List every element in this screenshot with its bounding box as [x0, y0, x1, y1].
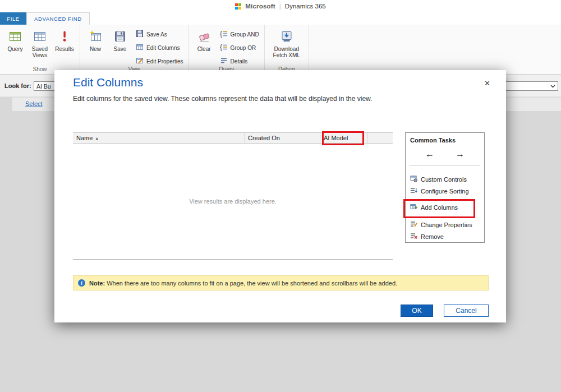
ribbon: Query Saved Views Results Show	[0, 25, 561, 75]
svg-text:{: {	[220, 43, 222, 51]
configure-sorting-label: Configure Sorting	[421, 188, 469, 195]
custom-controls-icon	[410, 175, 417, 183]
ribbon-group-show: Query Saved Views Results Show	[0, 25, 80, 74]
dialog-subtitle: Edit columns for the saved view. These c…	[73, 95, 372, 103]
results-label: Results	[55, 46, 73, 52]
microsoft-logo-icon	[235, 3, 241, 10]
clear-label: Clear	[197, 46, 211, 52]
change-properties-label: Change Properties	[421, 222, 472, 228]
columns-grid-header: Name ▲ Created On AI Model	[73, 132, 393, 144]
column-name-label: Name	[76, 135, 93, 141]
column-header-created-on[interactable]: Created On	[244, 133, 320, 143]
app-header: Microsoft | Dynamics 365	[0, 0, 561, 12]
saved-views-button[interactable]: Saved Views	[27, 27, 52, 59]
save-icon	[113, 29, 127, 44]
custom-controls-item[interactable]: Custom Controls	[406, 173, 484, 185]
group-and-label: Group AND	[231, 31, 259, 38]
clear-eraser-icon	[197, 29, 211, 44]
brand-microsoft: Microsoft	[245, 3, 275, 10]
chevron-down-icon	[550, 81, 556, 91]
column-created-on-label: Created On	[248, 135, 280, 141]
save-as-button[interactable]: Save As	[136, 30, 183, 39]
change-properties-icon	[410, 220, 417, 229]
add-columns-item[interactable]: Add Columns	[406, 201, 484, 213]
details-button[interactable]: Details	[220, 57, 259, 66]
new-icon	[89, 29, 102, 44]
new-button[interactable]: New	[83, 27, 108, 53]
details-icon	[220, 57, 228, 66]
note-label: Note:	[89, 280, 105, 287]
close-icon[interactable]: ✕	[484, 79, 490, 87]
common-tasks-divider	[410, 165, 480, 165]
look-for-value: AI Bu	[36, 83, 51, 90]
select-link[interactable]: Select	[25, 100, 43, 107]
configure-sorting-icon	[410, 187, 417, 195]
common-tasks-panel: Common Tasks ← → Custom Controls Config	[405, 132, 485, 243]
ok-button[interactable]: OK	[401, 305, 433, 317]
remove-label: Remove	[421, 233, 444, 240]
results-exclamation-icon	[58, 29, 71, 44]
saved-views-label: Saved Views	[28, 46, 52, 58]
save-as-label: Save As	[146, 31, 167, 38]
query-label: Query	[7, 46, 22, 52]
column-header-ai-model[interactable]: AI Model	[320, 133, 367, 143]
ribbon-group-query: Clear { Group AND { Group OR	[189, 25, 265, 74]
saved-views-icon	[33, 29, 47, 44]
download-fetch-xml-label: Download Fetch XML	[268, 46, 305, 58]
edit-properties-button[interactable]: Edit Properties	[136, 57, 183, 66]
query-button[interactable]: Query	[3, 27, 27, 53]
screen: Microsoft | Dynamics 365 FILE ADVANCED F…	[0, 0, 561, 392]
tab-file[interactable]: FILE	[0, 12, 26, 25]
add-columns-label: Add Columns	[421, 204, 458, 211]
configure-sorting-item[interactable]: Configure Sorting	[406, 185, 484, 197]
column-ai-model-label: AI Model	[324, 135, 348, 141]
group-and-icon: {	[220, 30, 228, 39]
ribbon-tab-bar: FILE ADVANCED FIND	[0, 12, 561, 25]
query-icon	[8, 29, 22, 44]
column-header-name[interactable]: Name ▲	[73, 133, 244, 143]
remove-item[interactable]: Remove	[406, 230, 484, 242]
empty-results-text: View results are displayed here.	[189, 198, 277, 205]
edit-columns-dialog: Edit Columns Edit columns for the saved …	[54, 70, 506, 322]
details-label: Details	[231, 58, 248, 64]
move-column-arrows: ← →	[406, 144, 484, 165]
remove-icon	[410, 232, 417, 241]
ribbon-group-debug: Download Fetch XML Debug	[265, 25, 309, 74]
brand-divider: |	[279, 3, 281, 10]
dialog-title: Edit Columns	[73, 76, 143, 89]
common-tasks-title: Common Tasks	[406, 133, 484, 144]
custom-controls-label: Custom Controls	[421, 176, 467, 183]
new-label: New	[90, 46, 101, 52]
svg-text:{: {	[220, 30, 222, 38]
ribbon-group-view: New Save Save As	[80, 25, 189, 74]
group-or-button[interactable]: { Group OR	[220, 43, 259, 52]
clear-button[interactable]: Clear	[192, 27, 217, 53]
change-properties-item[interactable]: Change Properties	[406, 219, 484, 230]
save-as-icon	[136, 30, 144, 39]
download-fetch-xml-button[interactable]: Download Fetch XML	[268, 27, 306, 59]
move-right-arrow-icon[interactable]: →	[456, 149, 465, 159]
download-fetch-xml-icon	[280, 29, 293, 44]
group-or-label: Group OR	[231, 45, 256, 51]
edit-properties-label: Edit Properties	[146, 58, 183, 64]
note-bar: i Note: When there are too many columns …	[73, 275, 489, 290]
edit-columns-icon	[136, 43, 144, 52]
save-label: Save	[114, 46, 127, 52]
tab-advanced-find[interactable]: ADVANCED FIND	[26, 12, 90, 25]
add-columns-icon	[410, 203, 417, 211]
edit-columns-label: Edit Columns	[146, 45, 180, 51]
common-tasks-items: Custom Controls Configure Sorting Add Co…	[406, 173, 484, 242]
sort-ascending-icon: ▲	[95, 136, 99, 140]
cancel-button[interactable]: Cancel	[444, 305, 489, 317]
results-button[interactable]: Results	[52, 27, 77, 53]
group-or-icon: {	[220, 43, 228, 52]
edit-columns-button[interactable]: Edit Columns	[136, 43, 183, 52]
columns-grid-body: View results are displayed here.	[73, 144, 393, 260]
move-left-arrow-icon[interactable]: ←	[425, 149, 434, 159]
look-for-label: Look for:	[4, 82, 31, 89]
note-text: When there are too many columns to fit o…	[107, 280, 397, 287]
group-and-button[interactable]: { Group AND	[220, 30, 259, 39]
save-button[interactable]: Save	[108, 27, 132, 53]
brand-product: Dynamics 365	[285, 3, 326, 10]
column-header-filler	[367, 133, 393, 143]
